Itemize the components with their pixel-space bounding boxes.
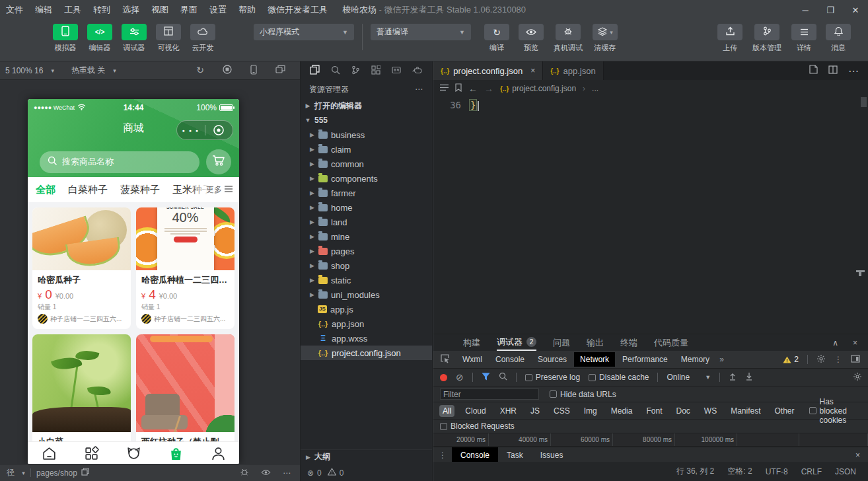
product-card[interactable]: 小白菜 ¥0¥0.00 <box>32 334 131 441</box>
panel-resize-handle[interactable] <box>856 270 865 276</box>
hot-reload-select[interactable]: 热重载 关▾ <box>71 65 116 76</box>
project-root-section[interactable]: ▼555 <box>301 113 432 128</box>
clear-cache-button[interactable]: ▾ 清缓存 <box>589 24 622 53</box>
menu-view[interactable]: 视图 <box>145 0 174 20</box>
sim-detach-icon[interactable] <box>275 65 285 77</box>
menu-tools[interactable]: 工具 <box>58 0 87 20</box>
close-button[interactable]: ✕ <box>843 0 868 20</box>
product-card[interactable]: 西红柿种子（禁止删除... ¥0¥0.00 <box>136 334 235 441</box>
sim-stop-icon[interactable] <box>223 65 232 77</box>
menu-help[interactable]: 帮助 <box>233 0 262 20</box>
tab-shop-active[interactable] <box>168 445 184 464</box>
split-editor-icon[interactable] <box>828 65 838 77</box>
tab-home[interactable] <box>41 445 57 464</box>
filter-chip-js[interactable]: JS <box>527 405 543 417</box>
details-button[interactable]: 详情 <box>787 24 820 53</box>
tab-category[interactable] <box>83 445 100 464</box>
inspect-icon[interactable] <box>440 354 450 365</box>
tree-item-pages[interactable]: ▶pages <box>301 244 432 258</box>
has-blocked-cookies-checkbox[interactable]: Has blocked cookies <box>809 397 862 425</box>
exit-circle-icon[interactable] <box>205 124 233 136</box>
filter-chip-img[interactable]: Img <box>581 405 600 417</box>
tree-item-static[interactable]: ▶static <box>301 273 432 287</box>
more-categories-button[interactable]: 更多 <box>189 177 239 202</box>
simulator-toggle-button[interactable]: 模拟器 <box>49 24 82 53</box>
close-drawer-icon[interactable]: × <box>855 451 868 460</box>
open-preview-icon[interactable] <box>809 65 818 77</box>
filter-chip-manifest[interactable]: Manifest <box>727 405 764 417</box>
compile-button[interactable]: ↻ 编译 <box>480 24 513 53</box>
devtools-tab-console[interactable]: Console <box>489 352 530 367</box>
path-mode-select[interactable]: 径 ▾ <box>7 467 25 478</box>
editor-toggle-button[interactable]: </> 编辑器 <box>83 24 116 53</box>
tab-build[interactable]: 构建 <box>463 334 480 351</box>
outline-section[interactable]: ▶大纲 <box>301 449 432 464</box>
messages-button[interactable]: 消息 <box>822 24 855 53</box>
menu-settings[interactable]: 设置 <box>203 0 233 20</box>
product-card[interactable]: 哈密瓜种子 ¥0¥0.00 销量 1 种子店铺一二三四五六... <box>32 207 131 329</box>
bug-icon[interactable] <box>240 467 249 478</box>
record-button[interactable] <box>440 374 447 381</box>
tree-item-mine[interactable]: ▶mine <box>301 229 432 244</box>
more-tabs-icon[interactable]: » <box>717 355 727 364</box>
filter-chip-doc[interactable]: Doc <box>672 405 693 417</box>
compile-mode-select[interactable]: 普通编译▼ <box>371 24 471 40</box>
filter-chip-cloud[interactable]: Cloud <box>462 405 489 417</box>
copy-icon[interactable] <box>81 468 89 478</box>
npm-icon[interactable] <box>392 65 401 77</box>
network-settings-icon[interactable] <box>853 372 862 383</box>
editor-scrollbar[interactable] <box>861 97 867 107</box>
tab-pet[interactable] <box>126 445 142 464</box>
tree-item-claim[interactable]: ▶claim <box>301 142 432 157</box>
device-zoom-select[interactable]: 5 100% 16▾ <box>5 66 54 75</box>
tree-item-project-config[interactable]: {..}project.config.json <box>301 346 432 360</box>
blocked-requests-checkbox[interactable]: Blocked Requests <box>440 422 515 431</box>
more-dots-icon[interactable]: ● ● ● <box>177 128 205 133</box>
disable-cache-checkbox[interactable]: Disable cache <box>589 373 649 382</box>
warnings-indicator[interactable]: 2 <box>783 355 799 364</box>
filter-chip-media[interactable]: Media <box>608 405 636 417</box>
preserve-log-checkbox[interactable]: Preserve log <box>525 373 580 382</box>
network-filter-input[interactable] <box>440 388 539 400</box>
encoding-label[interactable]: UTF-8 <box>766 467 788 476</box>
devtools-tab-sources[interactable]: Sources <box>532 352 573 367</box>
category-all[interactable]: 全部 <box>36 184 55 196</box>
tree-item-app-wxss[interactable]: Ξapp.wxss <box>301 331 432 346</box>
devtools-tab-performance[interactable]: Performance <box>616 352 674 367</box>
filter-chip-font[interactable]: Font <box>643 405 665 417</box>
tree-item-uni-modules[interactable]: ▶uni_modules <box>301 287 432 302</box>
sim-refresh-icon[interactable]: ↻ <box>196 65 204 77</box>
cart-button[interactable] <box>206 149 231 174</box>
tab-app-json[interactable]: {..} app.json <box>543 61 604 80</box>
tab-output[interactable]: 输出 <box>587 334 604 351</box>
eye-icon[interactable] <box>261 468 271 478</box>
drawer-tab-task[interactable]: Task <box>498 447 532 462</box>
devtools-tab-wxml[interactable]: Wxml <box>456 352 488 367</box>
clear-button[interactable]: ⊘ <box>456 372 464 383</box>
cursor-position-label[interactable]: 行 36, 列 2 <box>676 466 714 477</box>
cloud-dev-button[interactable]: 云开发 <box>186 24 219 53</box>
breadcrumb-file[interactable]: {..} project.config.json <box>500 84 576 93</box>
menu-file[interactable]: 文件 <box>0 0 29 20</box>
eol-label[interactable]: CRLF <box>801 467 822 476</box>
mode-select[interactable]: 小程序模式▼ <box>254 24 354 40</box>
tree-item-shop[interactable]: ▶shop <box>301 258 432 273</box>
drawer-kebab-icon[interactable]: ⋮ <box>433 451 452 460</box>
more-icon[interactable]: ⋯ <box>283 468 291 478</box>
filter-chip-ws[interactable]: WS <box>701 405 720 417</box>
tab-code-quality[interactable]: 代码质量 <box>654 334 688 351</box>
drawer-tab-console[interactable]: Console <box>452 447 498 462</box>
upload-button[interactable]: 上传 <box>713 24 746 53</box>
tree-item-common[interactable]: ▶common <box>301 157 432 171</box>
import-har-icon[interactable] <box>729 372 737 383</box>
indentation-label[interactable]: 空格: 2 <box>727 466 752 477</box>
files-icon[interactable] <box>310 65 320 77</box>
category-cabbage[interactable]: 白菜种子 <box>68 184 108 196</box>
nav-back-icon[interactable]: ← <box>468 83 478 94</box>
explorer-more-button[interactable]: ⋯ <box>415 85 423 94</box>
language-label[interactable]: JSON <box>835 467 856 476</box>
capsule-menu[interactable]: ● ● ● <box>176 120 233 140</box>
outline-list-icon[interactable] <box>440 84 449 93</box>
tree-item-business[interactable]: ▶business <box>301 128 432 142</box>
close-panel-icon[interactable]: × <box>853 338 857 348</box>
